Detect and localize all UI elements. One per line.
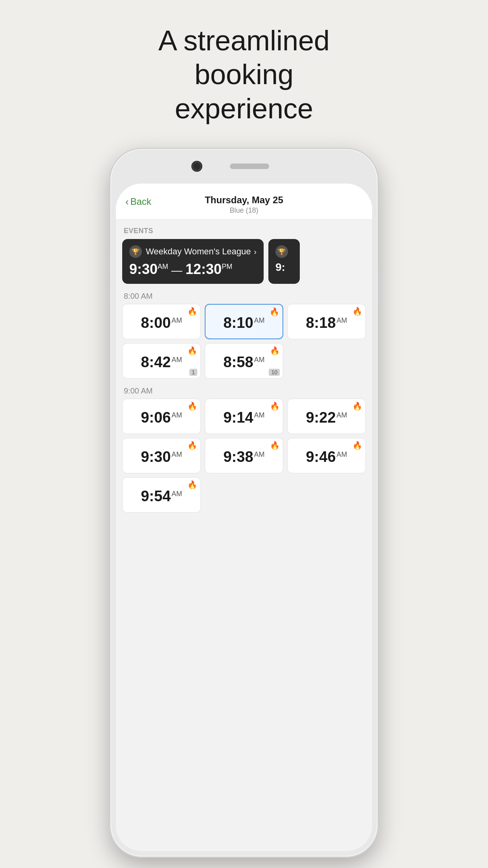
time-section-8am: 8:00 AM 🔥 8:00AM 🔥 8:10AM [116,289,372,379]
flame-icon: 🔥 [187,346,197,355]
time-slot-818[interactable]: 🔥 8:18AM [287,304,366,339]
event-time-range: 9:30AM — 12:30PM [129,261,257,278]
flame-icon: 🔥 [352,401,362,411]
slot-time: 8:00AM [141,315,182,330]
time-slot-906[interactable]: 🔥 9:06AM [122,399,201,434]
slot-time: 8:18AM [306,315,347,330]
power-button [378,267,381,306]
time-slot-800[interactable]: 🔥 8:00AM [122,304,201,339]
slot-time: 9:14AM [223,410,264,425]
navigation-bar: ‹ Back Thursday, May 25 Blue (18) [116,184,372,220]
volume-up-button [107,251,110,275]
event-name-row: 🏆 Weekday Women's League [129,245,251,258]
phone-top-area [185,161,303,172]
time-slot-922[interactable]: 🔥 9:22AM [287,399,366,434]
flame-icon: 🔥 [270,401,280,411]
flame-icon: 🔥 [270,346,280,355]
empty-slot [287,343,366,379]
time-grid-9am: 🔥 9:06AM 🔥 9:14AM 🔥 9:22AM 🔥 [116,399,372,513]
time-slot-858[interactable]: 🔥 8:58AM 10 [205,343,283,379]
flame-icon: 🔥 [187,441,197,450]
slot-time: 8:42AM [141,355,182,370]
event-top: 🏆 Weekday Women's League › [129,245,257,258]
phone-mockup: ‹ Back Thursday, May 25 Blue (18) EVENTS… [110,149,378,857]
flame-icon: 🔥 [187,480,197,489]
slot-badge: 1 [189,369,197,376]
time-group-header-9am: 9:00 AM [116,383,372,399]
time-group-header-8am: 8:00 AM [116,289,372,304]
flame-icon: 🔥 [187,307,197,316]
slot-time: 9:38AM [223,449,264,464]
time-slot-914[interactable]: 🔥 9:14AM [205,399,283,434]
slot-time: 9:54AM [141,489,182,504]
nav-title: Thursday, May 25 [127,195,361,206]
time-slot-930[interactable]: 🔥 9:30AM [122,438,201,473]
nav-subtitle: Blue (18) [127,206,361,215]
slot-badge: 10 [269,369,280,376]
back-label: Back [130,196,151,207]
time-section-9am: 9:00 AM 🔥 9:06AM 🔥 9:14AM 🔥 9:22AM [116,383,372,513]
back-button[interactable]: ‹ Back [125,195,151,208]
time-slot-946[interactable]: 🔥 9:46AM [287,438,366,473]
event-card[interactable]: 🏆 Weekday Women's League › 9:30AM — [122,239,264,284]
time-slot-810[interactable]: 🔥 8:10AM [205,304,283,339]
time-slot-954[interactable]: 🔥 9:54AM [122,477,201,513]
trophy-icon-partial: 🏆 [275,245,288,258]
flame-icon: 🔥 [187,401,197,411]
event-arrow-icon: › [254,247,257,256]
event-dash: — [171,264,182,277]
slot-time: 9:22AM [306,410,347,425]
time-slot-938[interactable]: 🔥 9:38AM [205,438,283,473]
partial-time: 9: [275,261,293,274]
flame-icon: 🔥 [270,307,279,316]
event-card-partial[interactable]: 🏆 9: [268,239,300,284]
speaker-icon [230,164,269,169]
slot-time: 8:58AM [223,355,264,370]
slot-time: 9:30AM [141,449,182,464]
front-camera-icon [191,161,202,172]
slot-time: 9:06AM [141,410,182,425]
trophy-icon: 🏆 [129,245,142,258]
slot-time: 9:46AM [306,449,347,464]
flame-icon: 🔥 [270,441,280,450]
slot-time: 8:10AM [223,315,264,330]
content-area: EVENTS 🏆 Weekday Women's League › [116,220,372,851]
event-name: Weekday Women's League [146,246,251,257]
event-end-time: 12:30PM [185,261,232,278]
events-scroll: 🏆 Weekday Women's League › 9:30AM — [116,239,372,284]
page-tagline: A streamlined booking experience [106,24,382,125]
back-chevron-icon: ‹ [125,195,129,208]
phone-screen: ‹ Back Thursday, May 25 Blue (18) EVENTS… [116,184,372,851]
time-slot-842[interactable]: 🔥 8:42AM 1 [122,343,201,379]
events-section-header: EVENTS [116,220,372,239]
event-start-time: 9:30AM [129,261,168,278]
screen-content: ‹ Back Thursday, May 25 Blue (18) EVENTS… [116,184,372,851]
volume-down-button [107,283,110,306]
time-grid-8am: 🔥 8:00AM 🔥 8:10AM 🔥 8:18AM [116,304,372,379]
flame-icon: 🔥 [352,441,362,450]
flame-icon: 🔥 [352,307,362,316]
